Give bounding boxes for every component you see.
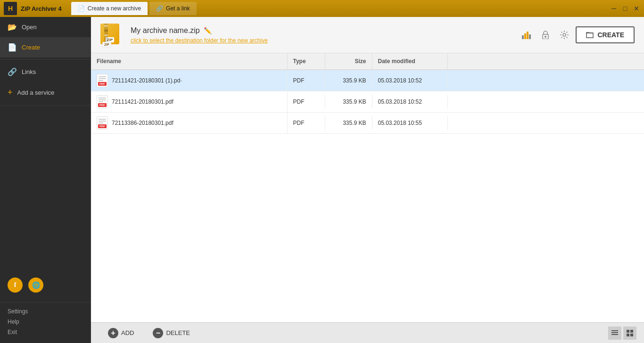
svg-rect-2 (527, 32, 528, 39)
help-link[interactable]: Help (8, 318, 83, 325)
sidebar-add-service-label: Add a service (17, 89, 55, 96)
row2-date: 05.03.2018 10:52 (372, 95, 448, 109)
edit-archive-name-icon[interactable]: ✏️ (204, 27, 212, 34)
folder-icon (586, 31, 594, 39)
list-view-icon (611, 330, 618, 336)
add-service-icon: + (8, 88, 13, 98)
chart-icon (522, 31, 531, 39)
row3-type: PDF (288, 116, 325, 130)
row1-size: 335.9 KB (325, 74, 372, 88)
table-header: Filename Type Size Date modified (91, 53, 644, 70)
create-button[interactable]: CREATE (576, 26, 635, 43)
archive-stripe (104, 24, 108, 44)
app-logo: H (4, 2, 17, 15)
add-circle-icon: + (108, 328, 118, 338)
file-table: Filename Type Size Date modified PDF (91, 53, 644, 322)
create-tab-icon: 📄 (78, 5, 85, 12)
row2-filename: 72111421-20180301.pdf (112, 98, 173, 105)
row1-extra (448, 77, 644, 84)
chart-icon-button[interactable] (519, 27, 534, 42)
sidebar-divider-1 (0, 59, 91, 60)
sidebar-divider-2 (0, 105, 91, 106)
archive-name: My archive name.zip (131, 26, 200, 35)
open-icon: 📂 (8, 23, 17, 32)
lock-icon (542, 31, 549, 39)
create-icon: 📄 (8, 43, 17, 52)
svg-point-5 (545, 36, 546, 38)
svg-rect-12 (627, 334, 629, 336)
tab-create-archive[interactable]: 📄 Create a new archive (71, 2, 148, 15)
settings-link[interactable]: Settings (8, 308, 83, 315)
row2-type: PDF (288, 95, 325, 109)
minimize-button[interactable]: ─ (610, 5, 618, 12)
svg-rect-10 (627, 330, 629, 333)
row1-type: PDF (288, 74, 325, 88)
sidebar-item-add-service[interactable]: + Add a service (0, 82, 91, 103)
archive-icon-box (100, 24, 119, 44)
add-label: ADD (121, 329, 134, 336)
col-type: Type (288, 53, 325, 69)
create-tab-label: Create a new archive (88, 5, 141, 12)
view-buttons (608, 327, 636, 340)
facebook-icon[interactable]: f (8, 278, 23, 293)
svg-rect-11 (630, 330, 633, 333)
sidebar-spacer (0, 107, 91, 270)
grid-view-icon (627, 330, 633, 336)
archive-name-row: My archive name.zip ✏️ (131, 26, 512, 35)
svg-rect-13 (630, 334, 633, 336)
delete-circle-icon: − (153, 328, 163, 338)
col-extra (448, 53, 644, 69)
svg-rect-0 (522, 35, 524, 39)
table-row[interactable]: PDF 72113386-20180301.pdf PDF 335.9 KB 0… (91, 113, 644, 134)
window-controls: ─ □ ✕ (610, 5, 640, 12)
col-date: Date modified (372, 53, 448, 69)
tab-get-link[interactable]: 🔗 Get a link (149, 2, 197, 15)
row3-extra (448, 119, 644, 127)
add-button[interactable]: + ADD (99, 324, 143, 342)
svg-rect-7 (611, 330, 618, 331)
archive-header: ZIP My archive name.zip ✏️ click to sele… (91, 17, 644, 53)
row1-date: 05.03.2018 10:52 (372, 74, 448, 88)
sidebar: 📂 Open 📄 Create 🔗 Links + Add a service … (0, 17, 91, 343)
table-row[interactable]: PDF 72111421-20180301 (1).pd· PDF 335.9 … (91, 70, 644, 91)
pdf-icon-2: PDF (97, 95, 108, 108)
table-row[interactable]: PDF 72111421-20180301.pdf PDF 335.9 KB 0… (91, 91, 644, 113)
grid-view-button[interactable] (623, 327, 636, 340)
settings-icon-button[interactable] (557, 27, 572, 42)
pdf-icon-1: PDF (97, 74, 108, 87)
row1-filename: 72111421-20180301 (1).pd· (112, 77, 182, 84)
row1-filename-cell: PDF 72111421-20180301 (1).pd· (91, 70, 288, 91)
sidebar-links-label: Links (22, 68, 36, 75)
row2-filename-cell: PDF 72111421-20180301.pdf (91, 91, 288, 112)
sidebar-item-links[interactable]: 🔗 Links (0, 62, 91, 82)
sidebar-item-create[interactable]: 📄 Create (0, 37, 91, 57)
sidebar-item-open[interactable]: 📂 Open (0, 17, 91, 37)
close-button[interactable]: ✕ (633, 5, 640, 12)
sidebar-social: f 🌐 (0, 270, 91, 300)
lock-icon-button[interactable] (538, 27, 553, 42)
web-icon[interactable]: 🌐 (28, 278, 43, 293)
delete-button[interactable]: − DELETE (143, 324, 199, 342)
list-view-button[interactable] (608, 327, 621, 340)
sidebar-divider-3 (0, 302, 91, 302)
row2-extra (448, 98, 644, 106)
pdf-icon-3: PDF (97, 116, 108, 130)
archive-path[interactable]: click to select the destination folder f… (131, 37, 268, 44)
svg-rect-8 (611, 332, 618, 333)
app-title: ZiP Archiver 4 (21, 5, 62, 12)
row3-size: 335.9 KB (325, 116, 372, 130)
archive-info: My archive name.zip ✏️ click to select t… (131, 26, 512, 44)
svg-rect-3 (529, 34, 531, 39)
maximize-button[interactable]: □ (621, 5, 629, 12)
row3-date: 05.03.2018 10:55 (372, 116, 448, 130)
title-bar: H ZiP Archiver 4 📄 Create a new archive … (0, 0, 644, 17)
delete-label: DELETE (166, 329, 190, 336)
row3-filename-cell: PDF 72113386-20180301.pdf (91, 113, 288, 133)
archive-icon: ZIP (100, 24, 123, 46)
exit-link[interactable]: Exit (8, 329, 83, 335)
col-filename: Filename (91, 53, 288, 69)
col-size: Size (325, 53, 372, 69)
archive-header-actions: CREATE (519, 26, 635, 43)
svg-rect-1 (524, 33, 526, 39)
sidebar-footer: Settings Help Exit (0, 304, 91, 343)
